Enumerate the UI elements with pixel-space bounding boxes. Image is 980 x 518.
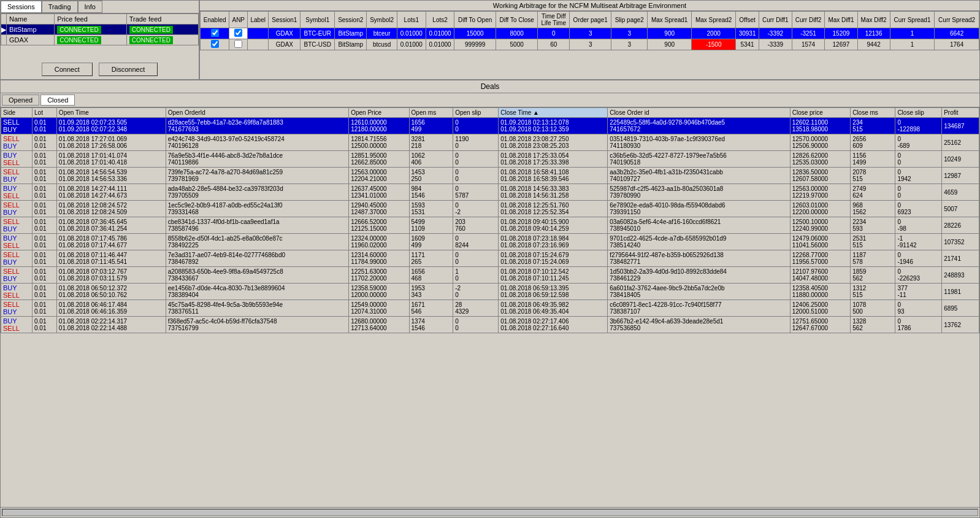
cell-closeorderid: 03514819-7310-403b-97ae-1c9f390376ed7411… (608, 134, 791, 151)
tab-closed[interactable]: Closed (40, 95, 75, 106)
session-row-gdax[interactable]: GDAX CONNECTED CONNECTED (1, 35, 199, 45)
cell-closeorderid: 1d503bb2-2a39-4d0d-9d10-8992c83dde847384… (608, 267, 791, 284)
cell-openslip: 00 (453, 118, 499, 134)
cell-lot: 0.010.01 (33, 217, 57, 234)
cell-side: SELLBUY (1, 118, 33, 134)
cell-side: SELLBUY (1, 217, 33, 234)
arb-currdiff2-2: 1574 (792, 39, 825, 50)
cell-profit: 5007 (942, 201, 979, 217)
disconnect-button[interactable]: Disconnect (99, 63, 158, 76)
cell-opentime: 01.08.2018 07:17:45.78601.08.2018 07:17:… (56, 234, 166, 250)
arb-enabled-1[interactable] (201, 28, 229, 39)
arb-col-anp: ANP (229, 12, 248, 28)
col-closetime[interactable]: Close Time ▲ (499, 108, 608, 118)
cell-lot: 0.010.01 (33, 151, 57, 168)
arb-maxspread1-2: 900 (648, 39, 692, 50)
cell-openms: 1609499 (409, 234, 453, 250)
col-openslip: Open slip (453, 108, 499, 118)
cell-opentime: 01.09.2018 02:07:23.50501.09.2018 02:07:… (56, 118, 166, 134)
arb-lifetime-1: 0 (538, 28, 570, 39)
cell-side: BUYSELL (1, 317, 33, 333)
cell-openorderid: cbe8341d-1337-4f0d-bf1b-caa9eed1af1a7385… (166, 217, 348, 234)
arb-symbol2-1: btceur (367, 28, 397, 39)
tab-info[interactable]: Info (78, 1, 102, 13)
arb-title: Working Arbitrage for the NCFM Multiseat… (200, 1, 979, 11)
col-tradefeed: Trade feed (126, 14, 198, 25)
connect-button[interactable]: Connect (42, 63, 93, 76)
col-closeorderid: Close Order id (608, 108, 791, 118)
arb-col-currdiff2: Curr Diff2 (792, 12, 825, 28)
cell-openorderid: a2088583-650b-4ee9-9f8a-69a4549725c87384… (166, 267, 348, 284)
cell-profit: 28226 (942, 217, 979, 234)
cell-closetime: 01.08.2018 16:58:41.10801.08.2018 16:58:… (499, 168, 608, 184)
cell-closetime: 01.08.2018 07:15:24.67901.08.2018 07:15:… (499, 250, 608, 267)
session-trade-feed: CONNECTED (126, 35, 198, 45)
horizontal-scrollbar[interactable] (2, 509, 978, 516)
arb-row-1: GDAX BTC-EUR BitStamp btceur 0.01000 0.0… (201, 28, 979, 39)
cell-closems: 1078500 (851, 300, 895, 317)
arb-currspread2-2: 1764 (935, 39, 979, 50)
arb-enabled-2[interactable] (201, 39, 229, 50)
cell-closetime: 01.08.2018 06:49:35.98201.08.2018 06:49:… (499, 300, 608, 317)
cell-openorderid: ee1456b7-d0de-44ca-8030-7b13e88996047383… (166, 284, 348, 300)
cell-closeprice: 12107.9760014047.48000 (790, 267, 850, 284)
cell-closeslip: 377-11 (895, 284, 942, 300)
cell-opentime: 01.08.2018 06:46:17.48401.08.2018 06:46:… (56, 300, 166, 317)
cell-openslip: 00 (453, 151, 499, 168)
cell-profit: 10249 (942, 151, 979, 168)
arb-anp-1[interactable] (229, 28, 248, 39)
cell-closeorderid: 03a6082a-5ef6-4c4e-af16-160ccd6f86217389… (608, 217, 791, 234)
cell-openslip: 00 (453, 317, 499, 333)
cell-closeprice: 12406.2500012000.51000 (790, 300, 850, 317)
arb-offset-1: 30931 (736, 28, 759, 39)
cell-closems: 2234593 (851, 217, 895, 234)
arb-maxspread2-2: -1500 (692, 39, 736, 50)
arb-offset-2: 5341 (736, 39, 759, 50)
cell-closetime: 01.08.2018 23:08:27.25001.08.2018 23:08:… (499, 134, 608, 151)
cell-openorderid: d28ace55-7ebb-41a7-b23e-69f8a7a818837416… (166, 118, 348, 134)
arb-maxspread1-1: 900 (648, 28, 692, 39)
arb-col-offset: Offset (736, 12, 759, 28)
cell-openms: 1171265 (409, 250, 453, 267)
cell-openprice: 12324.0000011960.02000 (349, 234, 409, 250)
arb-row-2: GDAX BTC-USD BitStamp btcusd 0.01000 0.0… (201, 39, 979, 50)
arb-col-currspread1: Curr Spread1 (890, 12, 935, 28)
arb-diffclose-1: 8000 (496, 28, 538, 39)
col-closems: Close ms (851, 108, 895, 118)
tab-opened[interactable]: Opened (2, 95, 39, 106)
cell-opentime: 01.08.2018 14:27:44.11101.08.2018 14:27:… (56, 184, 166, 201)
arb-anp-2[interactable] (229, 39, 248, 50)
cell-closeslip: 06923 (895, 201, 942, 217)
cell-openms: 3281218 (409, 134, 453, 151)
cell-openorderid: 45c75a45-8298-4fe4-9c5a-3b9b5593e94e7383… (166, 300, 348, 317)
session-row-bitstamp[interactable]: ▶ BitStamp CONNECTED CONNECTED (1, 25, 199, 35)
cell-openprice: 12314.6000011784.99000 (349, 250, 409, 267)
cell-openslip: -20 (453, 284, 499, 300)
tab-sessions[interactable]: Sessions (1, 1, 42, 13)
cell-closeslip: 0-1946 (895, 250, 942, 267)
tab-trading[interactable]: Trading (42, 1, 78, 13)
arb-col-diffclose: Diff To Close (496, 12, 538, 28)
arb-col-maxdiff2: Max Diff2 (857, 12, 890, 28)
arb-slip2-1: 3 (611, 28, 648, 39)
arb-col-symbol2: Symbol2 (367, 12, 397, 28)
col-openorderid: Open OrderId (166, 108, 348, 118)
cell-closeorderid: c36b5e6b-32d5-4227-8727-1979ee7a5b567401… (608, 151, 791, 168)
cell-openms: 54991109 (409, 217, 453, 234)
arb-currspread2-1: 6642 (935, 28, 979, 39)
cell-side: BUYSELL (1, 234, 33, 250)
cell-closems: 1312515 (851, 284, 895, 300)
cell-openprice: 12851.9500012662.85000 (349, 151, 409, 168)
cell-openms: 1656499 (409, 118, 453, 134)
cell-openorderid: 76a9e5b3-4f1e-4446-abc8-3d2e7b8a1dce7401… (166, 151, 348, 168)
cell-closeorderid: 6e78902e-eda8-4010-98da-f559408dabd67393… (608, 201, 791, 217)
cell-openorderid: f368ed57-ac5c-4c04-b59d-ff76cfa375487375… (166, 317, 348, 333)
arb-label-1 (248, 28, 269, 39)
arb-session1-2: GDAX (269, 39, 301, 50)
session-name: BitStamp (7, 25, 55, 35)
cell-profit: 12987 (942, 168, 979, 184)
cell-lot: 0.010.01 (33, 284, 57, 300)
arb-session2-2: BitStamp (335, 39, 367, 50)
arb-col-currspread2: Curr Spread2 (935, 12, 979, 28)
cell-side: SELLBUY (1, 134, 33, 151)
